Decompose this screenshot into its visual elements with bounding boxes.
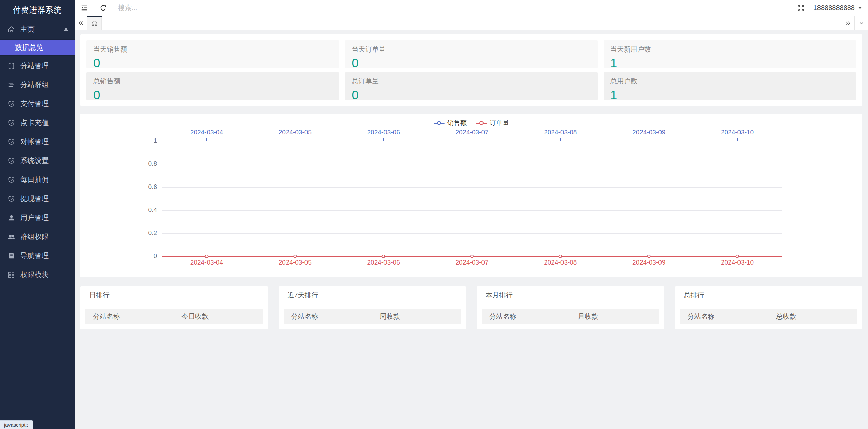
double-chevron-left-icon	[78, 20, 84, 26]
sales-orders-chart: 销售额订单量 00.20.40.60.812024-03-042024-03-0…	[80, 114, 862, 277]
refresh-button[interactable]	[94, 0, 113, 16]
y-axis-tick-label: 1	[133, 137, 157, 144]
rank-panel-7days: 近7天排行 分站名称 周收款	[279, 286, 466, 329]
rank-col-name: 分站名称	[284, 312, 372, 321]
sidebar-item-label: 导航管理	[20, 251, 49, 260]
sidebar-item-withdraw-manage[interactable]: 提现管理	[0, 189, 75, 208]
modules-icon	[7, 271, 15, 279]
stat-label: 总销售额	[93, 77, 332, 86]
sidebar-item-permission-module[interactable]: 权限模块	[0, 265, 75, 284]
stats-panel: 当天销售额 0 当天订单量 0 当天新用户数 1 总销售额 0 总订单量 0 总…	[80, 34, 862, 106]
tabbar	[75, 16, 868, 30]
rank-title: 日排行	[80, 286, 268, 304]
bottom-x-axis-label: 2024-03-09	[618, 259, 679, 266]
book-icon	[7, 252, 15, 260]
bottom-x-axis-label: 2024-03-04	[176, 259, 237, 266]
sidebar-item-nav-manage[interactable]: 导航管理	[0, 246, 75, 265]
tabs-scroll-left-button[interactable]	[75, 16, 87, 30]
rank-col-amount: 今日收款	[174, 312, 262, 321]
top-axis-tick	[472, 138, 472, 141]
sidebar-item-label: 用户管理	[20, 213, 49, 222]
search-input[interactable]	[118, 4, 281, 12]
sidebar-item-substation-groups[interactable]: 分站群组	[0, 75, 75, 94]
collapse-sidebar-button[interactable]	[75, 0, 94, 16]
shield-check-icon	[7, 138, 15, 146]
home-icon	[7, 25, 15, 33]
bottom-x-axis-label: 2024-03-05	[264, 259, 326, 266]
y-axis-tick-label: 0.2	[133, 229, 157, 237]
tabbar-right	[841, 16, 868, 30]
rank-panel-total: 总排行 分站名称 总收款	[675, 286, 863, 329]
shield-check-icon	[7, 157, 15, 165]
sidebar-item-label: 权限模块	[20, 270, 49, 279]
legend-item[interactable]: 订单量	[476, 119, 509, 128]
rank-table-header: 分站名称 今日收款	[85, 309, 263, 324]
fullscreen-button[interactable]	[797, 4, 805, 12]
user-dropdown[interactable]: 18888888888	[813, 4, 862, 12]
rank-panel-month: 本月排行 分站名称 月收款	[477, 286, 664, 329]
users-icon	[7, 233, 15, 241]
sidebar-item-label: 系统设置	[20, 156, 49, 165]
sidebar-item-system-settings[interactable]: 系统设置	[0, 151, 75, 170]
home-icon	[91, 20, 98, 27]
top-x-axis-label: 2024-03-04	[176, 129, 237, 136]
sidebar-item-label: 提现管理	[20, 194, 49, 203]
sidebar-item-card-recharge[interactable]: 点卡充值	[0, 113, 75, 132]
bottom-x-axis-label: 2024-03-10	[707, 259, 768, 266]
chevron-down-icon	[858, 7, 862, 9]
chart-series-layer	[162, 141, 782, 256]
app-title: 付费进群系统	[0, 0, 75, 20]
tabs-menu-button[interactable]	[854, 16, 868, 30]
chart-plot-area: 00.20.40.60.812024-03-042024-03-042024-0…	[162, 141, 782, 256]
top-axis-tick	[383, 138, 384, 141]
rank-table-header: 分站名称 总收款	[680, 309, 857, 324]
sidebar-item-payment-manage[interactable]: 支付管理	[0, 94, 75, 113]
sidebar-item-home[interactable]: 主页	[0, 20, 75, 39]
legend-label: 销售额	[447, 119, 467, 128]
y-axis-tick-label: 0.6	[133, 183, 157, 191]
rank-table-header: 分站名称 月收款	[482, 309, 659, 324]
stat-value: 0	[352, 56, 591, 71]
sidebar-item-reconcile-manage[interactable]: 对帐管理	[0, 132, 75, 151]
sidebar-item-group-permission[interactable]: 群组权限	[0, 227, 75, 246]
tabs-scroll-right-button[interactable]	[841, 16, 854, 30]
legend-item[interactable]: 销售额	[434, 119, 467, 128]
sidebar-submenu: 数据总览	[0, 39, 75, 56]
rank-table-header: 分站名称 周收款	[284, 309, 461, 324]
stat-label: 当天销售额	[93, 45, 332, 54]
top-x-axis-label: 2024-03-09	[618, 129, 679, 136]
y-axis-tick-label: 0.8	[133, 160, 157, 168]
component-icon	[7, 62, 15, 70]
stat-label: 当天订单量	[352, 45, 591, 54]
sidebar-item-user-manage[interactable]: 用户管理	[0, 208, 75, 227]
y-axis-tick-label: 0	[133, 252, 157, 260]
sidebar-item-label: 群组权限	[20, 232, 49, 241]
sidebar: 付费进群系统 主页 数据总览 分站管理 分站群组 支付管理 点卡充值	[0, 0, 75, 429]
list-icon	[7, 81, 15, 89]
top-axis-tick	[560, 138, 561, 141]
sidebar-item-daily-commission[interactable]: 每日抽佣	[0, 170, 75, 189]
top-axis-tick	[295, 138, 295, 141]
topbar-right: 18888888888	[797, 4, 868, 12]
rank-col-name: 分站名称	[85, 312, 174, 321]
stat-label: 总用户数	[610, 77, 849, 86]
top-x-axis-label: 2024-03-08	[530, 129, 591, 136]
sidebar-item-substation-manage[interactable]: 分站管理	[0, 56, 75, 75]
bottom-x-axis-label: 2024-03-06	[353, 259, 414, 266]
legend-label: 订单量	[490, 119, 509, 128]
user-icon	[7, 214, 15, 222]
user-name: 18888888888	[813, 4, 855, 12]
stat-label: 总订单量	[352, 77, 591, 86]
rank-title: 总排行	[675, 286, 863, 304]
fullscreen-icon	[797, 4, 805, 12]
sidebar-item-label: 对帐管理	[20, 137, 49, 147]
sidebar-item-label: 支付管理	[20, 99, 49, 109]
rank-col-amount: 总收款	[769, 312, 857, 321]
rank-col-amount: 周收款	[372, 312, 461, 321]
stat-card-today-sales: 当天销售额 0	[86, 40, 339, 68]
bottom-x-axis-label: 2024-03-07	[441, 259, 502, 266]
tab-home[interactable]	[87, 16, 102, 30]
bottom-x-axis-label: 2024-03-08	[530, 259, 591, 266]
sidebar-item-data-overview[interactable]: 数据总览	[0, 40, 75, 55]
shield-check-icon	[7, 100, 15, 108]
